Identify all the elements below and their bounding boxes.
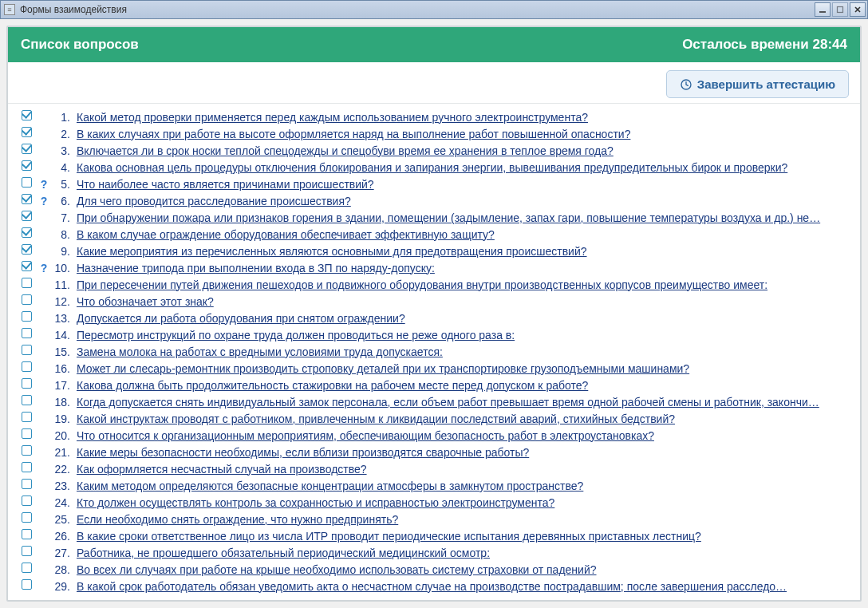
question-link[interactable]: Во всех ли случаях при работе на крыше н… <box>77 563 597 576</box>
question-link[interactable]: Назначение трипода при выполнении входа … <box>77 262 435 274</box>
question-status-checkbox[interactable] <box>22 177 32 188</box>
question-link[interactable]: Пересмотр инструкций по охране труда дол… <box>77 329 515 342</box>
question-link[interactable]: Работника, не прошедшего обязательный пе… <box>77 547 490 559</box>
question-status-checkbox[interactable] <box>22 345 32 355</box>
question-status-checkbox[interactable] <box>22 244 32 255</box>
question-status-checkbox[interactable] <box>22 261 32 271</box>
question-status-checkbox[interactable] <box>22 378 32 389</box>
question-row: 24.Кто должен осуществлять контроль за с… <box>19 494 855 511</box>
question-number: 1. <box>54 110 72 124</box>
question-number: 5. <box>54 177 72 191</box>
question-link[interactable]: Когда допускается снять индивидуальный з… <box>77 396 819 409</box>
question-status-checkbox[interactable] <box>22 462 32 472</box>
question-status-checkbox[interactable] <box>22 311 32 322</box>
question-link[interactable]: Какова должна быть продолжительность ста… <box>77 379 588 392</box>
question-number: 8. <box>54 227 72 242</box>
header-bar: Список вопросов Осталось времени 28:44 <box>8 27 860 62</box>
question-status-checkbox[interactable] <box>22 546 32 556</box>
question-link[interactable]: Какие мероприятия из перечисленных являю… <box>77 245 587 258</box>
question-link[interactable]: При обнаружении пожара или признаков гор… <box>77 211 820 224</box>
main-panel: Список вопросов Осталось времени 28:44 З… <box>6 26 862 602</box>
hint-icon[interactable]: ? <box>41 194 48 208</box>
question-link[interactable]: В каком случае ограждение оборудования о… <box>77 228 495 241</box>
question-link[interactable]: Какова основная цель процедуры отключени… <box>77 161 787 174</box>
question-link[interactable]: Для чего проводится расследование происш… <box>77 195 351 207</box>
question-link[interactable]: Допускается ли работа оборудования при с… <box>77 312 405 325</box>
question-status-checkbox[interactable] <box>22 529 32 539</box>
question-link[interactable]: Как оформляется несчастный случай на про… <box>77 463 367 476</box>
question-link[interactable]: В какие сроки ответственное лицо из числ… <box>77 530 701 543</box>
question-row: 28.Во всех ли случаях при работе на крыш… <box>19 561 855 578</box>
question-status-checkbox[interactable] <box>22 278 32 288</box>
question-row: 11.При пересечении путей движения пешехо… <box>19 276 855 293</box>
question-number: 14. <box>54 328 72 342</box>
question-status-checkbox[interactable] <box>22 395 32 405</box>
question-number: 12. <box>54 294 72 309</box>
question-row: 8.В каком случае ограждение оборудования… <box>19 226 855 243</box>
question-status-checkbox[interactable] <box>22 428 32 439</box>
question-link[interactable]: Какой инструктаж проводят с работником, … <box>77 413 675 425</box>
question-number: 7. <box>54 211 72 225</box>
question-link[interactable]: Какой метод проверки применяется перед к… <box>77 111 588 124</box>
question-link[interactable]: Может ли слесарь-ремонтник производить с… <box>77 362 689 375</box>
question-link[interactable]: Какие меры безопасности необходимы, если… <box>77 446 529 459</box>
question-row: 27.Работника, не прошедшего обязательный… <box>19 544 855 561</box>
question-number: 17. <box>54 378 72 393</box>
question-link[interactable]: Что наиболее часто является причинами пр… <box>77 178 374 191</box>
question-link[interactable]: В каких случаях при работе на высоте офо… <box>77 128 630 140</box>
question-status-checkbox[interactable] <box>22 227 32 238</box>
question-link[interactable]: Каким методом определяются безопасные ко… <box>77 480 583 492</box>
question-status-checkbox[interactable] <box>22 361 32 372</box>
question-link[interactable]: В какой срок работодатель обязан уведоми… <box>77 580 787 593</box>
question-row: 29.В какой срок работодатель обязан увед… <box>19 578 855 594</box>
question-number: 19. <box>54 412 72 426</box>
question-row: 20.Что относится к организационным мероп… <box>19 427 855 444</box>
question-link[interactable]: Кто должен осуществлять контроль за сохр… <box>77 496 554 509</box>
question-status-checkbox[interactable] <box>22 412 32 422</box>
hint-icon[interactable]: ? <box>41 261 48 275</box>
question-number: 9. <box>54 244 72 259</box>
question-row: 1.Какой метод проверки применяется перед… <box>19 109 855 125</box>
question-status-checkbox[interactable] <box>22 495 32 506</box>
question-link[interactable]: Замена молока на работах с вредными усло… <box>77 345 443 358</box>
question-status-checkbox[interactable] <box>22 328 32 338</box>
question-number: 28. <box>54 563 72 577</box>
question-status-checkbox[interactable] <box>22 512 32 523</box>
question-status-checkbox[interactable] <box>22 479 32 489</box>
question-row: 15.Замена молока на работах с вредными у… <box>19 343 855 360</box>
question-status-checkbox[interactable] <box>22 127 32 137</box>
question-row: 21.Какие меры безопасности необходимы, е… <box>19 444 855 460</box>
toolbar: Завершить аттестацию <box>8 62 860 103</box>
question-status-checkbox[interactable] <box>22 579 32 590</box>
question-number: 18. <box>54 395 72 409</box>
question-link[interactable]: Если необходимо снять ограждение, что ну… <box>77 513 398 526</box>
question-number: 10. <box>54 261 72 275</box>
question-row: 7.При обнаружении пожара или признаков г… <box>19 209 855 226</box>
question-status-checkbox[interactable] <box>22 110 32 120</box>
maximize-button[interactable] <box>832 2 848 17</box>
question-link[interactable]: При пересечении путей движения пешеходов… <box>77 278 767 291</box>
minimize-button[interactable] <box>815 2 831 17</box>
question-number: 20. <box>54 428 72 443</box>
question-row: 26.В какие сроки ответственное лицо из ч… <box>19 527 855 544</box>
question-link[interactable]: Включается ли в срок носки теплой спецод… <box>77 144 614 157</box>
hint-icon[interactable]: ? <box>41 177 48 191</box>
questions-list[interactable]: 1.Какой метод проверки применяется перед… <box>8 104 860 600</box>
question-row: 25.Если необходимо снять ограждение, что… <box>19 511 855 527</box>
question-status-checkbox[interactable] <box>22 294 32 305</box>
close-button[interactable] <box>850 2 866 17</box>
question-number: 22. <box>54 462 72 476</box>
clock-icon <box>680 78 692 91</box>
question-status-checkbox[interactable] <box>22 194 32 204</box>
question-status-checkbox[interactable] <box>22 160 32 171</box>
question-status-checkbox[interactable] <box>22 144 32 154</box>
question-status-checkbox[interactable] <box>22 211 32 221</box>
question-number: 2. <box>54 127 72 141</box>
question-status-checkbox[interactable] <box>22 445 32 456</box>
question-row: 3.Включается ли в срок носки теплой спец… <box>19 142 855 159</box>
question-number: 3. <box>54 144 72 158</box>
finish-attestation-button[interactable]: Завершить аттестацию <box>666 70 849 98</box>
question-link[interactable]: Что обозначает этот знак? <box>77 295 214 308</box>
question-status-checkbox[interactable] <box>22 563 32 573</box>
question-link[interactable]: Что относится к организационным мероприя… <box>77 429 654 442</box>
